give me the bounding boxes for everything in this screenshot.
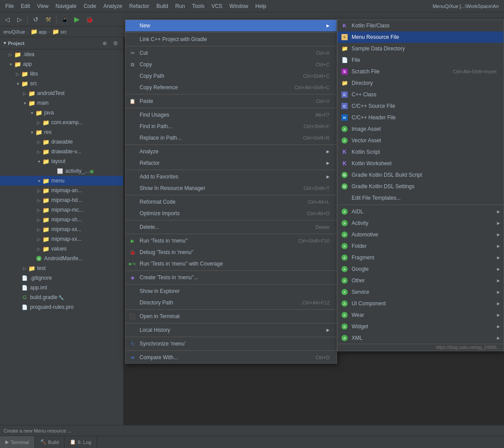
ctx-debug-tests[interactable]: 🐞 Debug 'Tests in 'menu'' [125,247,337,258]
submenu-scratch[interactable]: S Scratch File Ctrl+Alt+Shift+Insert [337,66,504,77]
ctx-synchronize[interactable]: ↻ Synchronize 'menu' [125,338,337,349]
submenu-file[interactable]: 📄 File [337,54,504,66]
submenu-automotive[interactable]: A Automotive ▶ [337,229,504,240]
submenu-fragment[interactable]: A Fragment ▶ [337,252,504,263]
tree-item-proguard[interactable]: ▷ 📄 proguard-rules.pro [0,302,123,312]
tree-item-menu[interactable]: ▾ 📁 menu [0,176,123,186]
menu-run[interactable]: Run [172,1,189,11]
ctx-find-path[interactable]: Find in Path... Ctrl+Shift+F [125,121,337,132]
submenu-activity[interactable]: A Activity ▶ [337,217,504,229]
breadcrumb-item-1[interactable]: enuQiXue [4,29,25,34]
ctx-find-usages[interactable]: Find Usages Alt+F7 [125,109,337,121]
tree-item-app[interactable]: ▾ 📁 app [0,59,123,69]
menu-vcs[interactable]: VCS [208,1,226,11]
submenu-cpp-source[interactable]: C C/C++ Source File [337,100,504,112]
submenu-kotlin-script[interactable]: K Kotlin Script [337,146,504,158]
ctx-open-terminal[interactable]: ⬛ Open in Terminal [125,311,337,322]
tree-item-androidtest[interactable]: ▷ 📁 androidTest [0,88,123,98]
ctx-analyze[interactable]: Analyze ▶ [125,146,337,157]
tree-item-values[interactable]: ▷ 📁 values [0,244,123,254]
tree-item-mipmaphd[interactable]: ▷ 📁 mipmap-hd... [0,195,123,205]
menu-code[interactable]: Code [80,1,100,11]
ctx-refactor[interactable]: Refactor ▶ [125,157,337,169]
tree-item-main[interactable]: ▾ 📁 main [0,98,123,108]
ctx-add-favorites[interactable]: Add to Favorites ▶ [125,171,337,182]
menu-help[interactable]: Help [252,1,270,11]
toolbar-refresh-btn[interactable]: ↺ [30,14,41,25]
ctx-local-history[interactable]: Local History ▶ [125,324,337,336]
tree-item-mipmapxx[interactable]: ▷ 📁 mipmap-xx... [0,224,123,234]
menu-file[interactable]: File [2,1,17,11]
ctx-link-cpp[interactable]: Link C++ Project with Gradle [125,34,337,45]
tree-item-layout[interactable]: ▾ 📁 layout [0,156,123,166]
ctx-delete[interactable]: Delete... Delete [125,221,337,233]
submenu-image-asset[interactable]: A Image Asset [337,123,504,135]
menu-window[interactable]: Window [226,1,252,11]
tree-item-drawablev[interactable]: ▷ 📁 drawable-v... [0,147,123,156]
tree-item-drawable[interactable]: ▷ 📁 drawable [0,137,123,147]
submenu-directory[interactable]: 📁 Directory [337,77,504,89]
submenu-wear[interactable]: A Wear ▶ [337,309,504,321]
menu-build[interactable]: Build [153,1,172,11]
toolbar-hammer-btn[interactable]: ⚒ [43,14,53,25]
ctx-dir-path[interactable]: Directory Path Ctrl+Alt+F12 [125,297,337,308]
menu-edit[interactable]: Edit [17,1,34,11]
submenu-cpp-class[interactable]: C C++ Class [337,89,504,100]
sidebar-gear-btn[interactable]: ⚙ [111,39,120,48]
tree-item-test[interactable]: ▷ 📁 test [0,263,123,273]
ctx-create-tests[interactable]: ◈ Create 'Tests in 'menu''... [125,272,337,283]
tree-item-mipmapmc[interactable]: ▷ 📁 mipmap-mc... [0,205,123,215]
tree-item-src[interactable]: ▾ 📁 src [0,79,123,88]
ctx-copy[interactable]: ⧉ Copy Ctrl+C [125,59,337,70]
ctx-cut[interactable]: ✂ Cut Ctrl+X [125,47,337,59]
ctx-replace-path[interactable]: Replace in Path... Ctrl+Shift+R [125,132,337,144]
ctx-run-coverage[interactable]: ▶% Run 'Tests in 'menu'' with Coverage [125,258,337,270]
tree-item-buildgradle[interactable]: ▷ G build.gradle 🔧 [0,292,123,302]
ctx-new[interactable]: New ▶ [125,20,337,31]
menu-view[interactable]: View [34,1,52,11]
breadcrumb-item-3[interactable]: 📁 src [52,28,67,35]
tree-item-mipmapxxx[interactable]: ▷ 📁 mipmap-xx... [0,234,123,244]
submenu-other[interactable]: A Other ▶ [337,275,504,286]
submenu-edit-templates[interactable]: Edit File Templates... [337,192,504,204]
submenu-kotlin-file[interactable]: K Kotlin File/Class [337,20,504,31]
tree-item-idea[interactable]: ▷ 📁 .idea [0,49,123,59]
menu-refactor[interactable]: Refactor [126,1,153,11]
submenu-gradle-settings[interactable]: G Gradle Kotlin DSL Settings [337,181,504,192]
menu-tools[interactable]: Tools [189,1,208,11]
submenu-menu-resource[interactable]: ≡ Menu Resource File [337,31,504,43]
tree-item-appiml[interactable]: ▷ 📄 app.iml [0,283,123,292]
breadcrumb-item-2[interactable]: 📁 app [30,28,47,35]
submenu-cpp-header[interactable]: H C/C++ Header File [337,112,504,123]
submenu-widget[interactable]: A Widget ▶ [337,321,504,332]
ctx-compare-with[interactable]: ⬌ Compare With... Ctrl+D [125,352,337,363]
tree-item-activity[interactable]: ▷ ⬜ activity_... ▣ [0,166,123,176]
submenu-gradle-dsl[interactable]: G Gradle Kotlin DSL Build Script [337,169,504,181]
toolbar-run-btn[interactable]: ▶ [72,14,82,25]
toolbar-back-btn[interactable]: ◁ [2,14,12,25]
toolbar-forward-btn[interactable]: ▷ [14,14,25,25]
tree-item-comexamp[interactable]: ▷ 📁 com.examp... [0,118,123,127]
tree-item-res[interactable]: ▾ 📁 res [0,127,123,137]
tree-item-gitignore[interactable]: ▷ 📄 .gitignore [0,273,123,283]
submenu-folder[interactable]: A Folder ▶ [337,240,504,252]
ctx-reformat[interactable]: Reformat Code Ctrl+Alt+L [125,196,337,208]
submenu-sample-data[interactable]: 📁 Sample Data Directory [337,43,504,54]
submenu-service[interactable]: A Service ▶ [337,286,504,298]
submenu-vector-asset[interactable]: A Vector Asset [337,135,504,146]
ctx-optimize[interactable]: Optimize Imports Ctrl+Alt+O [125,208,337,219]
submenu-aidl[interactable]: A AIDL ▶ [337,206,504,217]
tree-item-mipmapxh[interactable]: ▷ 📁 mipmap-xh... [0,215,123,224]
tree-item-mipmapan[interactable]: ▷ 📁 mipmap-an... [0,186,123,195]
menu-analyze[interactable]: Analyze [100,1,126,11]
submenu-ui-component[interactable]: A UI Component ▶ [337,298,504,309]
ctx-copy-ref[interactable]: Copy Reference Ctrl+Alt+Shift+C [125,82,337,93]
status-tab-terminal[interactable]: ▶ Terminal [0,436,35,448]
status-tab-log[interactable]: 📋 6: Log [64,436,97,448]
tree-item-java[interactable]: ▾ 📁 java [0,108,123,118]
submenu-google[interactable]: A Google ▶ [337,263,504,275]
tree-item-libs[interactable]: ▷ 📁 libs [0,69,123,79]
ctx-show-explorer[interactable]: Show in Explorer [125,285,337,297]
submenu-kotlin-worksheet[interactable]: K Kotlin Worksheet [337,158,504,169]
toolbar-debug-btn[interactable]: 🐞 [84,14,95,25]
